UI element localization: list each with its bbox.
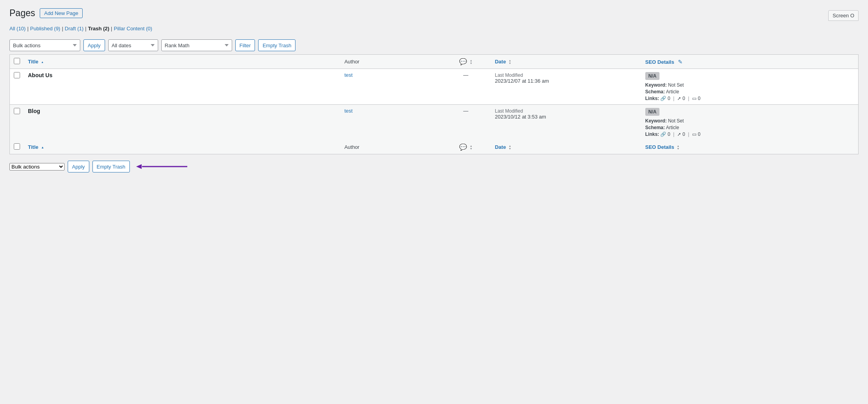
date-sort-link-footer[interactable]: Date [495,144,508,150]
col-header-checkbox [10,55,24,69]
col-header-date: Date ▲ ▼ [491,55,641,69]
seo-sort-link-footer[interactable]: SEO Details [645,144,676,150]
date-label-footer: Date [495,144,506,150]
col-header-seo: SEO Details ✎ [641,55,859,69]
row-2-title-cell: Blog [24,105,340,141]
date-sort-link[interactable]: Date [495,59,508,65]
seo-sort-up-footer: ▲ [677,145,680,147]
comments-sort-up: ▲ [470,59,473,62]
col-footer-title: Title ▲ [24,140,340,154]
row-2-date-label: Last Modified [495,108,523,114]
sep-2: | [62,26,63,32]
row-1-links: Links: 🔗 0 | ➚ 0 | ▭ 0 [645,96,854,101]
title-label: Title [28,59,39,65]
row-1-comments-cell: — [441,69,491,105]
row-1-author[interactable]: test [344,72,353,78]
top-bar: Pages Add New Page Screen O [9,8,859,23]
row-2-links: Links: 🔗 0 | ➚ 0 | ▭ 0 [645,132,854,137]
filter-draft[interactable]: Draft (1) [65,26,84,32]
col-footer-author: Author [340,140,441,154]
col-footer-date: Date ▲ ▼ [491,140,641,154]
seo-sort-icon-footer[interactable]: ▲ ▼ [677,145,680,150]
bulk-actions-wrapper-top: Bulk actions Restore Delete Permanently [9,39,80,51]
table-footer-row: Title ▲ Author 💬 ▲ ▼ [10,140,859,154]
title-sort-link-footer[interactable]: Title [28,144,40,150]
row-1-affiliate-icon: ▭ [692,96,696,101]
rankmath-wrapper: Rank Math [161,39,232,51]
filter-button[interactable]: Filter [235,39,255,51]
arrow-annotation [136,163,191,170]
date-sort-down: ▼ [509,62,512,65]
sep-3: | [85,26,86,32]
row-1-keyword: Keyword: Not Set [645,82,854,88]
seo-details-label: SEO Details [645,59,674,65]
row-2-checkbox-cell [10,105,24,141]
row-2-affiliate-icon: ▭ [692,132,696,137]
comments-sort-icon[interactable]: ▲ ▼ [470,59,473,65]
row-1-seo-badge: N/A [645,72,660,80]
screen-options-button[interactable]: Screen O [828,10,859,21]
row-1-seo-cell: N/A Keyword: Not Set Schema: Article Lin… [641,69,859,105]
page-header: Pages Add New Page [9,8,83,19]
comments-sort-down-footer: ▼ [470,147,473,150]
table-header-row: Title ▲ Author 💬 ▲ ▼ [10,55,859,69]
apply-button-bottom[interactable]: Apply [68,161,89,172]
bulk-actions-select-top[interactable]: Bulk actions Restore Delete Permanently [9,39,80,51]
filter-trash: Trash (2) [88,26,109,32]
table-row: About Us test — Last Modified 2023/12/07… [10,69,859,105]
col-header-comments: 💬 ▲ ▼ [441,55,491,69]
comments-sort-up-footer: ▲ [470,145,473,147]
seo-sort-link[interactable]: SEO Details [645,59,676,65]
title-sort-icon-footer[interactable]: ▲ [41,146,44,149]
date-sort-icon-footer[interactable]: ▲ ▼ [509,145,512,150]
row-2-comments: — [463,108,468,114]
bulk-actions-select-bottom[interactable]: Bulk actions Restore Delete Permanently [9,163,65,170]
row-1-checkbox[interactable] [14,72,20,78]
col-header-author: Author [340,55,441,69]
bulk-actions-wrapper-bottom: Bulk actions Restore Delete Permanently [9,163,65,170]
select-all-checkbox-top[interactable] [14,58,20,64]
row-2-external-icon: ➚ [677,132,681,137]
title-sort-link[interactable]: Title [28,59,40,65]
empty-trash-button-bottom[interactable]: Empty Trash [92,161,130,172]
apply-button-top[interactable]: Apply [83,39,105,51]
date-sort-up-footer: ▲ [509,145,512,147]
comment-bubble-icon: 💬 [459,58,467,65]
filter-published[interactable]: Published (9) [30,26,61,32]
row-1-link-icon: 🔗 [660,96,666,101]
table-row: Blog test — Last Modified 2023/10/12 at … [10,105,859,141]
seo-sort-down-footer: ▼ [677,147,680,150]
filter-pillar-content[interactable]: Pillar Content (0) [114,26,152,32]
page-title: Pages [9,8,35,19]
row-2-checkbox[interactable] [14,108,20,114]
row-2-comments-cell: — [441,105,491,141]
select-all-checkbox-bottom[interactable] [14,143,20,150]
title-sort-icon[interactable]: ▲ [41,61,44,63]
row-2-author[interactable]: test [344,108,353,114]
col-footer-checkbox [10,140,24,154]
seo-edit-icon[interactable]: ✎ [678,59,683,65]
row-1-external-icon: ➚ [677,96,681,101]
row-1-author-cell: test [340,69,441,105]
tablenav-bottom: Bulk actions Restore Delete Permanently … [9,158,859,176]
add-new-page-button[interactable]: Add New Page [40,8,83,18]
row-2-keyword: Keyword: Not Set [645,118,854,124]
empty-trash-button-top[interactable]: Empty Trash [258,39,295,51]
screen-options-area: Screen O [828,10,859,21]
author-label-footer: Author [344,144,359,150]
filter-all[interactable]: All (10) [9,26,26,32]
rankmath-select[interactable]: Rank Math [161,39,232,51]
draft-count: (1) [77,26,83,32]
arrow-svg [136,163,191,170]
all-count: (10) [17,26,26,32]
row-2-date-value: 2023/10/12 at 3:53 am [495,114,546,120]
sort-up-footer: ▲ [41,146,44,149]
title-label-footer: Title [28,144,39,150]
comments-sort-icon-footer[interactable]: ▲ ▼ [470,145,473,150]
row-2-seo-badge: N/A [645,108,660,116]
dates-select[interactable]: All dates December 2023 October 2023 [108,39,158,51]
sep-4: | [111,26,112,32]
date-sort-icon[interactable]: ▲ ▼ [509,59,512,65]
row-1-comments: — [463,72,468,78]
trash-count: (2) [103,26,109,32]
